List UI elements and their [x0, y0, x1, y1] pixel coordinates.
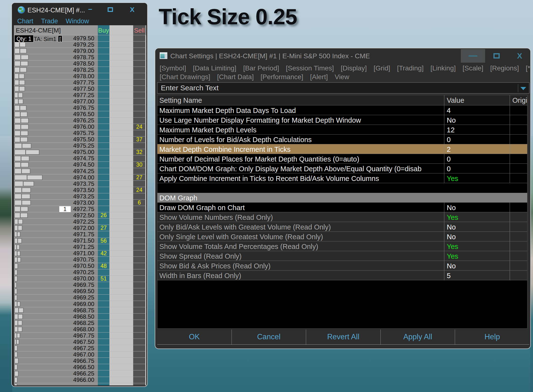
buy-cell[interactable] [98, 187, 109, 193]
ladder-row[interactable]: 4978.00 [14, 73, 146, 79]
buy-cell[interactable] [98, 244, 109, 250]
minimize-icon[interactable]: – [86, 5, 94, 14]
mid-cell[interactable] [109, 225, 133, 231]
mid-cell[interactable] [109, 79, 133, 85]
ladder-row[interactable]: 4972.5026 [14, 212, 146, 218]
ladder-row[interactable]: 4976.0024 [14, 124, 146, 130]
sell-cell[interactable] [133, 263, 145, 269]
trade-account-label[interactable]: TA: Sim1 [34, 36, 56, 43]
ladder-row[interactable]: 4976.50 [14, 111, 146, 117]
buy-cell[interactable] [98, 200, 109, 206]
buy-cell[interactable] [98, 326, 109, 332]
close-icon[interactable]: X [128, 6, 136, 14]
sell-cell[interactable] [133, 105, 145, 111]
buy-cell[interactable] [98, 143, 109, 149]
sell-cell[interactable] [133, 48, 145, 54]
ladder-row[interactable]: 4967.25 [14, 345, 146, 351]
ladder-row[interactable]: 4966.50 [14, 364, 146, 370]
search-dropdown-button[interactable] [518, 84, 528, 92]
buy-cell[interactable] [98, 314, 109, 320]
ladder-row[interactable]: 4972.751 [14, 206, 146, 212]
ladder-row[interactable]: 4978.50 [14, 60, 146, 67]
setting-row[interactable]: Number of Levels for Bid/Ask Depth Calcu… [157, 135, 527, 144]
setting-value[interactable]: 2 [444, 144, 510, 154]
sell-cell[interactable] [133, 67, 145, 73]
maximize-icon[interactable] [493, 53, 500, 59]
buy-cell[interactable] [98, 73, 109, 79]
sell-cell[interactable] [133, 35, 145, 41]
ladder-row[interactable]: 4968.00 [14, 326, 146, 332]
ladder-row[interactable]: 4970.5048 [14, 263, 146, 269]
ladder-row[interactable]: 4978.25 [14, 67, 146, 73]
ladder-row[interactable]: 4973.25 [14, 193, 146, 199]
mid-cell[interactable] [109, 54, 133, 60]
section-header-row[interactable]: DOM Graph [157, 193, 527, 203]
mid-cell[interactable] [109, 358, 133, 364]
sell-cell[interactable] [133, 345, 145, 351]
buy-cell[interactable] [98, 282, 109, 288]
sell-cell[interactable] [133, 111, 145, 117]
sell-cell[interactable] [133, 193, 145, 199]
dialog-titlebar[interactable]: Chart Settings | ESH24-CME[M] #1 | E-Min… [155, 48, 530, 63]
mid-cell[interactable] [109, 60, 133, 67]
quantity-field[interactable]: Qty: 1 [14, 35, 34, 42]
buy-cell[interactable] [98, 118, 109, 124]
sell-cell[interactable]: 24 [133, 187, 145, 193]
buy-cell[interactable] [98, 307, 109, 313]
setting-row[interactable]: Chart DOM/DOM Graph: Only Display Market… [157, 164, 527, 173]
mid-cell[interactable] [109, 339, 133, 345]
buy-cell[interactable] [98, 295, 109, 301]
ladder-row[interactable] [14, 383, 146, 385]
buy-cell[interactable] [98, 54, 109, 60]
sell-cell[interactable]: 30 [133, 162, 145, 168]
ladder-row[interactable]: 4967.50 [14, 339, 146, 345]
sell-cell[interactable] [133, 244, 145, 250]
setting-value[interactable]: 4 [444, 105, 510, 115]
sell-cell[interactable] [133, 332, 145, 339]
buy-cell[interactable] [98, 92, 109, 98]
revert-all-button[interactable]: Revert All [306, 330, 381, 344]
setting-value[interactable]: No [444, 222, 510, 231]
column-value[interactable]: Value [444, 95, 510, 105]
ladder-row[interactable]: 4973.006 [14, 199, 146, 206]
ladder-row[interactable]: 4977.25 [14, 92, 146, 98]
mid-cell[interactable] [109, 314, 133, 320]
menu-window[interactable]: Window [66, 17, 89, 25]
sell-cell[interactable] [133, 155, 145, 162]
sell-cell[interactable] [133, 98, 145, 104]
buy-cell[interactable] [98, 162, 109, 168]
sell-cell[interactable] [133, 73, 145, 79]
buy-cell[interactable] [98, 86, 109, 92]
buy-cell[interactable]: 42 [98, 250, 109, 256]
buy-cell[interactable] [98, 79, 109, 85]
ladder-row[interactable]: 4969.50 [14, 288, 146, 294]
sell-cell[interactable] [133, 219, 145, 225]
ladder-row[interactable]: 4971.0042 [14, 250, 146, 256]
sell-cell[interactable] [133, 206, 145, 212]
ladder-row[interactable]: 4968.50 [14, 313, 146, 320]
sell-cell[interactable] [133, 79, 145, 85]
ladder-row[interactable]: 4970.0051 [14, 275, 146, 282]
settings-tab[interactable]: [Grid] [374, 64, 390, 72]
sell-cell[interactable] [133, 320, 145, 326]
ladder-row[interactable]: 4976.25 [14, 117, 146, 124]
ladder-row[interactable]: 4967.75 [14, 332, 146, 339]
mid-cell[interactable] [109, 155, 133, 162]
ladder-row[interactable]: 4967.00 [14, 351, 146, 358]
mid-cell[interactable] [109, 124, 133, 130]
sell-cell[interactable] [133, 314, 145, 320]
mid-cell[interactable] [109, 181, 133, 187]
ladder-row[interactable]: 4977.75 [14, 79, 146, 85]
buy-cell[interactable] [98, 60, 109, 67]
mid-cell[interactable] [109, 105, 133, 111]
sell-cell[interactable] [133, 282, 145, 288]
settings-tab[interactable]: [Data Limiting] [193, 64, 236, 72]
mid-cell[interactable] [109, 288, 133, 294]
ok-button[interactable]: OK [157, 330, 232, 344]
buy-cell[interactable] [98, 35, 109, 41]
sell-cell[interactable] [133, 288, 145, 294]
mid-cell[interactable] [109, 250, 133, 256]
mid-cell[interactable] [109, 42, 133, 48]
ladder-row[interactable]: 4969.25 [14, 294, 146, 301]
settings-tab[interactable]: [Performance] [260, 73, 303, 81]
